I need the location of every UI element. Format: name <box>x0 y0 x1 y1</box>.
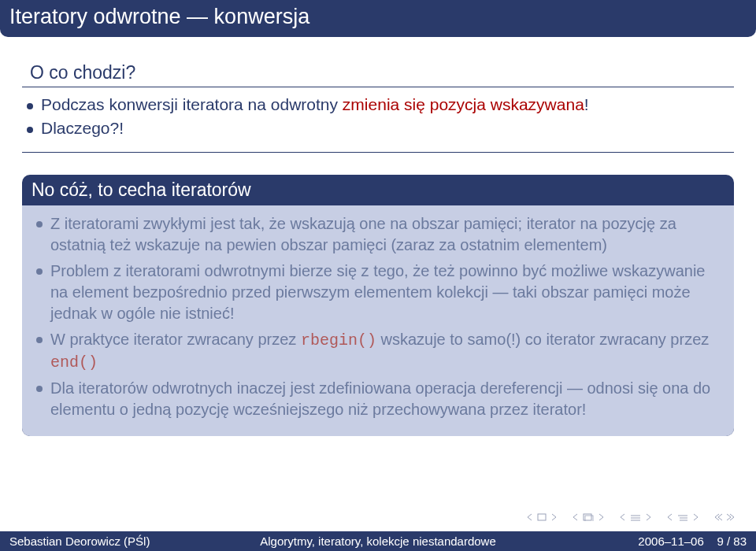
emphasis-text: zmienia się pozycja wskazywana <box>343 95 584 113</box>
nav-subsection-icon <box>677 513 688 521</box>
footer-right: 2006–11–06 9 / 83 <box>638 534 747 548</box>
slide-title: Iteratory odwrotne — konwersja <box>0 0 756 37</box>
slide-footer: Sebastian Deorowicz (PŚl) Algorytmy, ite… <box>0 531 756 551</box>
list-item: Podczas konwersji iteratora na odwrotny … <box>24 95 732 114</box>
nav-prev-frame-icon[interactable] <box>572 513 580 521</box>
list-item: W praktyce iterator zwracany przez rbegi… <box>33 329 723 373</box>
nav-forward-icon[interactable] <box>726 513 736 521</box>
footer-author: Sebastian Deorowicz (PŚl) <box>9 534 150 548</box>
nav-next-subsection-icon[interactable] <box>691 513 699 521</box>
svg-rect-1 <box>584 514 591 520</box>
block-question-title: O co chodzi? <box>22 61 143 87</box>
footer-title: Algorytmy, iteratory, kolekcje niestanda… <box>260 534 496 548</box>
code-rbegin: rbegin() <box>301 331 376 349</box>
slide-content: O co chodzi? Podczas konwersji iteratora… <box>0 37 756 444</box>
block-explanation: No cóż, to cecha iteratorów Z iteratoram… <box>22 175 734 436</box>
nav-slide-icon <box>537 513 547 521</box>
list-item: Problem z iteratorami odwrotnymi bierze … <box>33 261 723 324</box>
nav-next-section-icon[interactable] <box>644 513 652 521</box>
nav-prev-subsection-icon[interactable] <box>666 513 674 521</box>
list-item: Dlaczego?! <box>24 119 732 138</box>
svg-rect-0 <box>538 514 546 520</box>
block-question: O co chodzi? Podczas konwersji iteratora… <box>22 61 734 153</box>
nav-back-icon[interactable] <box>713 513 723 521</box>
footer-date: 2006–11–06 <box>638 534 703 548</box>
beamer-nav <box>526 513 736 521</box>
code-end: end() <box>50 353 98 372</box>
list-item: Z iteratorami zwykłymi jest tak, że wska… <box>33 213 723 256</box>
block-explanation-title: No cóż, to cecha iteratorów <box>22 175 734 205</box>
nav-prev-slide-icon[interactable] <box>526 513 534 521</box>
list-item: Dla iteratorów odwrotnych inaczej jest z… <box>33 378 723 420</box>
nav-frame-icon <box>583 513 594 521</box>
nav-section-icon <box>630 513 641 521</box>
nav-prev-section-icon[interactable] <box>619 513 627 521</box>
nav-next-frame-icon[interactable] <box>597 513 605 521</box>
footer-page: 9 / 83 <box>717 534 747 548</box>
nav-next-slide-icon[interactable] <box>550 513 558 521</box>
